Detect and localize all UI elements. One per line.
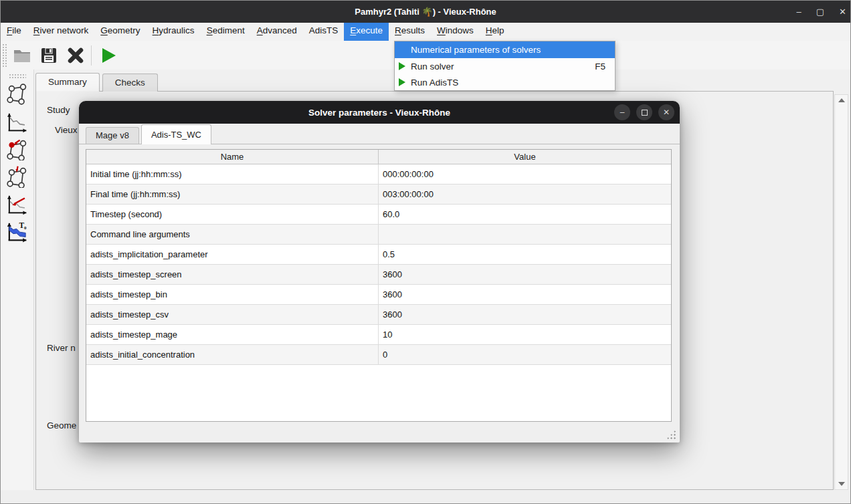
table-row[interactable]: Final time (jj:hh:mm:ss)003:00:00:00 [86,184,671,205]
edit-node-tool-button[interactable] [4,136,31,162]
maximize-button[interactable]: ▢ [816,7,824,17]
param-value-cell[interactable]: 003:00:00:00 [379,184,671,204]
param-value-cell[interactable]: 0 [379,345,671,364]
save-floppy-icon [40,47,58,64]
initial-condition-t0-chart-icon: T₀ [6,220,29,243]
initial-condition-tool-button[interactable]: T₀ [4,219,31,244]
param-name-cell[interactable]: adists_timestep_csv [86,305,379,324]
status-strip [1,491,850,504]
param-name-cell[interactable]: adists_initial_concentration [86,345,379,364]
vertical-scrollbar[interactable] [834,94,848,490]
geometry-group-label: Geome [45,420,78,430]
menu-item-run-adists[interactable]: Run AdisTS [395,74,615,90]
open-study-button[interactable] [9,43,35,68]
window-title: Pamhyr2 (Tahiti 🌴) - Vieux-Rhône [355,7,496,17]
minimize-button[interactable]: – [797,7,801,17]
param-value-cell[interactable]: 3600 [379,305,671,324]
menu-hydraulics[interactable]: Hydraulics [147,23,201,41]
open-folder-icon [13,47,31,64]
menu-item-run-solver[interactable]: Run solver F5 [395,58,615,74]
play-icon [399,62,405,70]
scroll-down-button[interactable] [835,479,848,489]
dialog-titlebar[interactable]: Solver parameters - Vieux-Rhône – ✕ [79,101,680,124]
menu-sediment[interactable]: Sediment [201,23,251,41]
param-name-cell[interactable]: Initial time (jj:hh:mm:ss) [86,164,379,184]
dialog-tab-adis-ts-wc[interactable]: Adis-TS_WC [141,124,211,144]
toolbar-drag-handle[interactable] [2,43,8,68]
maximize-square-icon [642,110,648,116]
close-button[interactable]: ✕ [839,7,846,17]
dialog-table-body: Initial time (jj:hh:mm:ss)000:00:00:00Fi… [86,164,671,365]
menu-help[interactable]: Help [480,23,510,41]
column-header-value[interactable]: Value [379,150,671,164]
run-play-icon [99,46,118,65]
menu-adists[interactable]: AdisTS [303,23,345,41]
edit-reach-tool-button[interactable] [4,164,31,189]
param-name-cell[interactable]: Command line arguments [86,225,379,244]
profile-chart-tool-button[interactable] [4,109,31,134]
study-name: Vieux [53,125,80,135]
dialog-tab-mage-v8[interactable]: Mage v8 [86,127,139,144]
menu-execute[interactable]: Execute [344,23,389,41]
arrow-up-icon [838,98,845,102]
param-value-cell[interactable]: 000:00:00:00 [379,164,671,184]
column-header-name[interactable]: Name [86,150,379,164]
menu-geometry[interactable]: Geometry [94,23,146,41]
table-row[interactable]: Initial time (jj:hh:mm:ss)000:00:00:00 [86,164,671,184]
solver-parameters-dialog: Solver parameters - Vieux-Rhône – ✕ Mage… [79,101,680,443]
dialog-close-button[interactable]: ✕ [658,104,674,120]
execute-menu-dropdown: Numerical parameters of solvers Run solv… [394,41,616,91]
parameters-table: Name Value Initial time (jj:hh:mm:ss)000… [86,149,672,422]
run-solver-button[interactable] [96,43,121,68]
tab-checks[interactable]: Checks [102,74,158,92]
param-value-cell[interactable]: 0.5 [379,245,671,264]
main-titlebar: Pamhyr2 (Tahiti 🌴) - Vieux-Rhône – ▢ ✕ [1,1,850,23]
dialog-resize-grip[interactable] [666,430,676,439]
param-value-cell[interactable]: 10 [379,325,671,344]
dialog-minimize-button[interactable]: – [614,104,630,120]
sediment-chart-icon [6,193,29,215]
scroll-up-button[interactable] [835,95,848,106]
table-row[interactable]: adists_timestep_csv3600 [86,305,671,325]
table-row[interactable]: adists_timestep_mage10 [86,325,671,345]
table-row[interactable]: Timestep (second)60.0 [86,205,671,225]
table-row[interactable]: Command line arguments [86,225,671,245]
save-study-button[interactable] [36,43,62,68]
tab-summary[interactable]: Summary [35,73,100,92]
table-header-row: Name Value [86,150,671,164]
menu-results[interactable]: Results [389,23,431,41]
param-name-cell[interactable]: adists_timestep_mage [86,325,379,344]
main-tabbar: Summary Checks [35,73,161,92]
param-value-cell[interactable] [379,225,671,244]
menu-river-network[interactable]: River network [27,23,95,41]
param-value-cell[interactable]: 3600 [379,265,671,284]
river-network-tool-button[interactable] [4,82,31,107]
table-row[interactable]: adists_timestep_screen3600 [86,265,671,285]
table-row[interactable]: adists_implicitation_parameter0.5 [86,245,671,265]
menu-advanced[interactable]: Advanced [251,23,303,41]
menu-item-numerical-parameters[interactable]: Numerical parameters of solvers [395,41,615,58]
param-value-cell[interactable]: 3600 [379,285,671,304]
arrow-down-icon [838,482,845,486]
param-value-cell[interactable]: 60.0 [379,205,671,224]
close-study-button[interactable] [63,43,88,68]
table-row[interactable]: adists_initial_concentration0 [86,345,671,365]
param-name-cell[interactable]: adists_timestep_screen [86,265,379,284]
edit-reach-network-icon [6,165,29,188]
close-x-icon [67,47,84,64]
param-name-cell[interactable]: Timestep (second) [86,205,379,224]
dialog-tabbar: Mage v8 Adis-TS_WC [79,124,680,144]
table-row[interactable]: adists_timestep_bin3600 [86,285,671,305]
param-name-cell[interactable]: Final time (jj:hh:mm:ss) [86,184,379,204]
menu-file[interactable]: File [1,23,27,41]
rail-drag-handle[interactable] [9,74,26,79]
dialog-maximize-button[interactable] [636,104,652,120]
sediment-chart-tool-button[interactable] [4,191,31,217]
edit-node-network-icon [6,138,29,160]
menu-windows[interactable]: Windows [431,23,480,41]
menubar: File River network Geometry Hydraulics S… [1,23,850,41]
param-name-cell[interactable]: adists_implicitation_parameter [86,245,379,264]
river-network-icon [6,83,29,106]
param-name-cell[interactable]: adists_timestep_bin [86,285,379,304]
svg-text:T₀: T₀ [19,221,27,229]
